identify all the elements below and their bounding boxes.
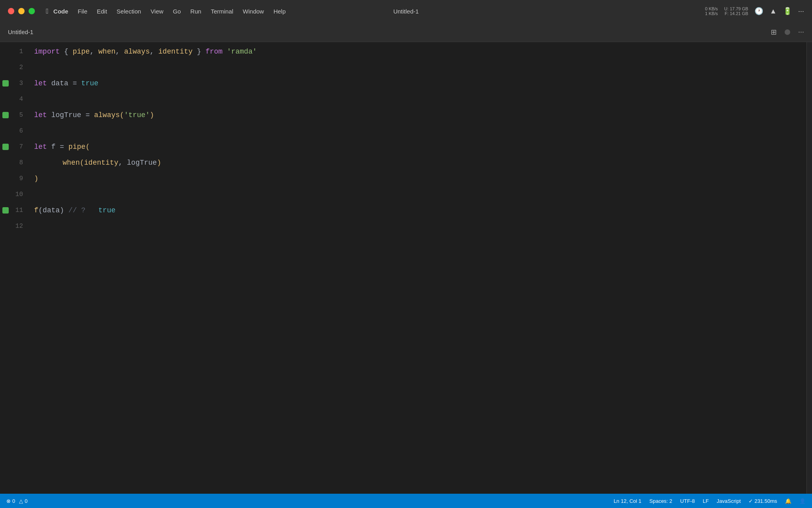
menu-view[interactable]: View	[151, 8, 163, 15]
token: =	[73, 75, 77, 91]
gutter-row: 3	[0, 75, 28, 91]
menu-run[interactable]: Run	[190, 8, 201, 15]
minimize-button[interactable]	[18, 8, 25, 14]
gutter-row: 1	[0, 44, 28, 60]
network-speed: 0 KB/s	[705, 6, 718, 11]
token: pipe	[68, 139, 85, 155]
wifi-icon: ▲	[770, 7, 777, 15]
token: (data)	[38, 202, 69, 218]
clock-icon: 🕐	[755, 7, 763, 15]
token: 'true'	[124, 107, 150, 123]
split-editor-icon[interactable]: ⊞	[771, 28, 777, 37]
unsaved-dot	[785, 29, 790, 35]
traffic-lights	[8, 8, 35, 14]
error-number: 0	[12, 498, 15, 504]
scrollbar[interactable]	[806, 42, 812, 494]
gutter-row: 7	[0, 139, 28, 155]
token: )	[34, 171, 38, 187]
token	[90, 107, 94, 123]
breakpoint[interactable]	[2, 112, 9, 118]
tab-bar: Untitled-1 ⊞ ···	[0, 22, 812, 42]
status-left: ⊗ 0 △ 0	[6, 498, 27, 504]
token: (	[80, 155, 84, 171]
token: }	[193, 44, 205, 60]
breakpoint[interactable]	[2, 80, 9, 87]
apple-icon: 	[46, 7, 49, 15]
code-line	[34, 91, 806, 107]
system-info: 0 KB/s 1 KB/s	[705, 6, 718, 16]
gutter-row: 8	[0, 155, 28, 171]
code-line: when(identity, logTrue)	[34, 155, 806, 171]
code-line	[34, 218, 806, 234]
token: identity	[84, 155, 118, 171]
warning-number: 0	[25, 498, 27, 504]
encoding[interactable]: UTF-8	[680, 498, 695, 504]
breakpoint[interactable]	[2, 207, 9, 214]
error-count[interactable]: ⊗ 0 △ 0	[6, 498, 27, 504]
code-line: let logTrue = always('true')	[34, 107, 806, 123]
gutter-row: 9	[0, 171, 28, 187]
editor-more-icon[interactable]: ···	[798, 28, 804, 36]
token: true	[81, 75, 98, 91]
token	[222, 44, 227, 60]
cursor-position[interactable]: Ln 12, Col 1	[614, 498, 642, 504]
menu-window[interactable]: Window	[243, 8, 264, 15]
breakpoint[interactable]	[2, 144, 9, 150]
menu-selection[interactable]: Selection	[117, 8, 141, 15]
tab-untitled[interactable]: Untitled-1	[8, 29, 33, 35]
line-number: 2	[19, 64, 23, 71]
battery-icon: 🔋	[783, 7, 792, 15]
menu-file[interactable]: File	[78, 8, 87, 15]
close-button[interactable]	[8, 8, 14, 14]
window-title: Untitled-1	[393, 8, 419, 15]
token: always	[124, 44, 150, 60]
person-icon[interactable]: 👤	[799, 498, 806, 504]
gutter-row: 10	[0, 187, 28, 202]
token: f	[47, 139, 59, 155]
line-number: 6	[19, 127, 23, 135]
code-line	[34, 123, 806, 139]
menu-edit[interactable]: Edit	[97, 8, 107, 15]
code-line	[34, 60, 806, 75]
spaces-setting[interactable]: Spaces: 2	[649, 498, 672, 504]
editor: 123456789101112 import { pipe, when, alw…	[0, 42, 812, 494]
storage-info: U: 17.79 GB F: 14.21 GB	[724, 6, 749, 16]
menu-go[interactable]: Go	[173, 8, 181, 15]
menu-bar: Code File Edit Selection View Go Run Ter…	[54, 8, 286, 15]
error-icon: ⊗	[6, 498, 11, 504]
token: always	[94, 107, 120, 123]
token: )	[150, 107, 154, 123]
gutter-row: 6	[0, 123, 28, 139]
more-icon[interactable]: ···	[798, 7, 804, 15]
code-line: let data = true	[34, 75, 806, 91]
token: ,	[90, 44, 98, 60]
token: let	[34, 107, 47, 123]
line-number: 11	[15, 207, 23, 214]
menu-help[interactable]: Help	[274, 8, 286, 15]
status-bar: ⊗ 0 △ 0 Ln 12, Col 1 Spaces: 2 UTF-8 LF …	[0, 494, 812, 508]
gutter-row: 12	[0, 218, 28, 234]
storage-f: F: 14.21 GB	[725, 11, 748, 16]
line-number: 9	[19, 175, 23, 182]
status-right: Ln 12, Col 1 Spaces: 2 UTF-8 LF JavaScri…	[614, 498, 806, 504]
code-editor[interactable]: import { pipe, when, always, identity } …	[28, 42, 806, 494]
notifications-icon[interactable]: 🔔	[785, 498, 791, 504]
line-number: 5	[19, 112, 23, 119]
code-line: f(data) // ? true	[34, 202, 806, 218]
token: true	[98, 202, 115, 218]
token: pipe	[73, 44, 90, 60]
token	[77, 75, 81, 91]
maximize-button[interactable]	[29, 8, 35, 14]
line-number: 8	[19, 159, 23, 166]
language-mode[interactable]: JavaScript	[717, 498, 741, 504]
warning-icon: △	[19, 498, 23, 504]
token: 'ramda'	[227, 44, 257, 60]
line-ending[interactable]: LF	[703, 498, 709, 504]
menu-code[interactable]: Code	[54, 8, 69, 15]
gutter-row: 2	[0, 60, 28, 75]
menu-terminal[interactable]: Terminal	[211, 8, 234, 15]
line-number: 3	[19, 80, 23, 87]
token	[90, 202, 98, 218]
code-line: import { pipe, when, always, identity } …	[34, 44, 806, 60]
line-number: 12	[15, 223, 23, 230]
